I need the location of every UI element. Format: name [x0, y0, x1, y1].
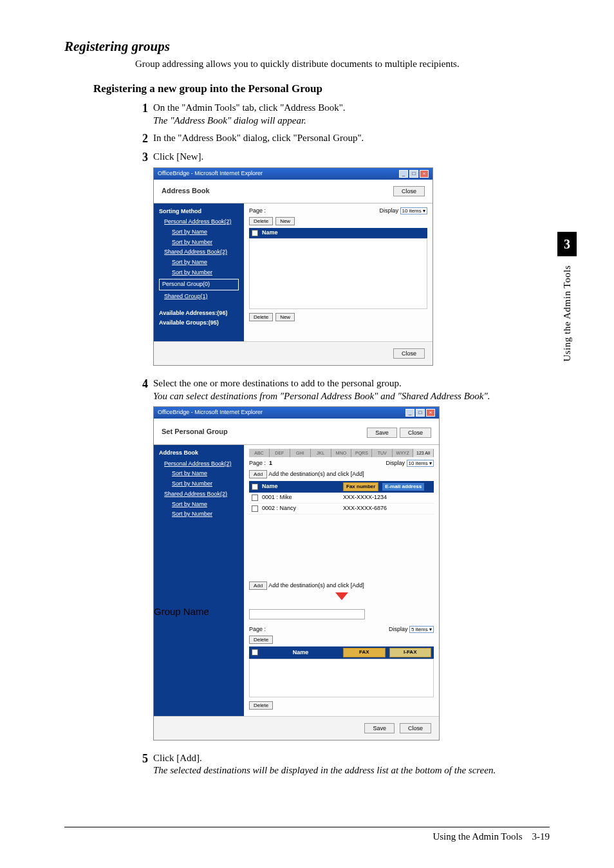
display-items-select[interactable]: 5 items ▾ [409, 626, 434, 633]
new-button[interactable]: New [275, 217, 295, 225]
tab-ifax[interactable]: I-FAX [389, 648, 432, 657]
close-button[interactable]: Close [393, 348, 425, 359]
step-number: 2 [135, 132, 148, 146]
sidebar-personal-group[interactable]: Personal Group(0) [159, 279, 239, 290]
sidebar-sort-by-name[interactable]: Sort by Name [154, 469, 244, 479]
close-button[interactable]: Close [400, 428, 431, 438]
select-all-checkbox[interactable] [252, 484, 258, 490]
destination-row[interactable]: 0002 : Nancy XXX-XXXX-6876 [249, 504, 434, 514]
alpha-tab[interactable]: JKL [311, 449, 331, 457]
available-groups: Available Groups:(95) [154, 318, 244, 328]
dialog-title: Address Book [162, 186, 210, 195]
sidebar-shared-address-book[interactable]: Shared Address Book(2) [154, 247, 244, 258]
step-2-text: In the "Address Book" dialog, click "Per… [153, 133, 364, 143]
alpha-tab[interactable]: ABC [249, 449, 270, 457]
step-5-text: Click [Add]. [153, 753, 202, 763]
alpha-tab[interactable]: TUV [372, 449, 393, 457]
group-name-label: Group Name [154, 605, 244, 618]
step-3-text: Click [New]. [153, 151, 203, 162]
minimize-icon[interactable]: _ [405, 409, 414, 417]
step-4-note: You can select destinations from "Person… [153, 391, 490, 401]
column-name: Name [262, 649, 339, 657]
sidebar-sort-by-name[interactable]: Sort by Name [154, 227, 244, 238]
screenshot-address-book: OfficeBridge - Microsoft Internet Explor… [153, 167, 433, 366]
step-5-note: The selected destinations will be displa… [153, 765, 496, 775]
step-1: 1 On the "Admin Tools" tab, click "Addre… [135, 102, 550, 127]
page-label: Page : [249, 460, 266, 466]
tab-fax[interactable]: FAX [343, 648, 386, 657]
close-icon[interactable]: × [426, 409, 435, 417]
tab-fax-number[interactable]: Fax number [343, 482, 378, 491]
add-button[interactable]: Add [249, 470, 267, 478]
delete-button[interactable]: Delete [249, 636, 273, 644]
page-number: 1 [269, 460, 272, 466]
alpha-tab-all[interactable]: 123 All [413, 449, 434, 457]
window-titlebar: OfficeBridge - Microsoft Internet Explor… [154, 407, 439, 419]
step-4-text: Select the one or more destinations to a… [153, 378, 402, 388]
sidebar-sort-by-number[interactable]: Sort by Number [154, 509, 244, 520]
alpha-tab[interactable]: GHI [290, 449, 311, 457]
sidebar-sort-by-number[interactable]: Sort by Number [154, 479, 244, 489]
step-4: 4 Select the one or more destinations to… [135, 377, 550, 747]
alpha-tab[interactable]: PQRS [351, 449, 372, 457]
sidebar-sort-by-name[interactable]: Sort by Name [154, 258, 244, 268]
add-hint: Add the destination(s) and click [Add] [268, 471, 364, 477]
delete-button[interactable]: Delete [249, 701, 273, 710]
sidebar-address-book: Address Book [154, 448, 244, 459]
sidebar-personal-address-book[interactable]: Personal Address Book(2) [154, 459, 244, 469]
window-title: OfficeBridge - Microsoft Internet Explor… [158, 409, 263, 417]
window-title: OfficeBridge - Microsoft Internet Explor… [158, 170, 263, 178]
sidebar-sort-by-number[interactable]: Sort by Number [154, 268, 244, 278]
step-number: 4 [135, 377, 148, 747]
select-all-checkbox[interactable] [252, 230, 258, 236]
close-icon[interactable]: × [420, 170, 429, 178]
arrow-down-icon [335, 592, 348, 600]
add-hint: Add the destination(s) and click [Add] [268, 582, 364, 589]
sidebar-shared-group[interactable]: Shared Group(1) [154, 292, 244, 302]
sidebar-sorting-method: Sorting Method [154, 206, 244, 218]
page-label: Page : [249, 626, 266, 634]
close-button[interactable]: Close [400, 723, 431, 733]
delete-button[interactable]: Delete [249, 313, 273, 321]
new-button[interactable]: New [275, 313, 295, 321]
select-all-checkbox[interactable] [252, 649, 258, 656]
footer-title: Using the Admin Tools [433, 831, 522, 842]
close-button[interactable]: Close [393, 186, 425, 196]
available-addresses: Available Addresses:(96) [154, 308, 244, 319]
sidebar-sort-by-name[interactable]: Sort by Name [154, 500, 244, 510]
row-fax: XXX-XXXX-6876 [343, 505, 407, 513]
minimize-icon[interactable]: _ [399, 170, 408, 178]
address-book-sidebar: Sorting Method Personal Address Book(2) … [154, 203, 244, 342]
alpha-tab[interactable]: WXYZ [393, 449, 413, 457]
heading-registering-new-group: Registering a new group into the Persona… [93, 82, 550, 95]
step-1-text: On the "Admin Tools" tab, click "Address… [153, 102, 346, 113]
save-button[interactable]: Save [364, 723, 395, 733]
alpha-tab[interactable]: DEF [270, 449, 290, 457]
row-checkbox[interactable] [252, 505, 258, 512]
delete-button[interactable]: Delete [249, 217, 273, 225]
tab-email-address[interactable]: E-mail address [382, 483, 424, 491]
maximize-icon[interactable]: □ [416, 409, 425, 417]
save-button[interactable]: Save [367, 428, 397, 438]
display-label: Display [389, 626, 408, 632]
screenshot-set-personal-group: OfficeBridge - Microsoft Internet Explor… [153, 406, 440, 741]
sidebar-shared-address-book[interactable]: Shared Address Book(2) [154, 489, 244, 500]
destination-row[interactable]: 0001 : Mike XXX-XXXX-1234 [249, 493, 434, 504]
group-name-input[interactable] [249, 609, 365, 619]
step-number: 1 [135, 102, 148, 127]
dialog-title: Set Personal Group [162, 427, 228, 436]
display-items-select[interactable]: 10 items ▾ [407, 460, 434, 467]
sidebar-sort-by-number[interactable]: Sort by Number [154, 238, 244, 248]
add-button[interactable]: Add [249, 581, 267, 590]
maximize-icon[interactable]: □ [409, 170, 418, 178]
display-items-select[interactable]: 10 items ▾ [400, 207, 427, 214]
row-checkbox[interactable] [252, 495, 258, 501]
page-label: Page : [249, 207, 266, 215]
alpha-tab[interactable]: MNO [331, 449, 352, 457]
chapter-side-tab: 3 Using the Admin Tools [557, 232, 577, 362]
intro-text: Group addressing allows you to quickly d… [135, 59, 550, 70]
step-2: 2 In the "Address Book" dialog, click "P… [135, 132, 550, 146]
step-1-note: The "Address Book" dialog will appear. [153, 115, 306, 126]
window-titlebar: OfficeBridge - Microsoft Internet Explor… [154, 168, 433, 180]
sidebar-personal-address-book[interactable]: Personal Address Book(2) [154, 217, 244, 227]
